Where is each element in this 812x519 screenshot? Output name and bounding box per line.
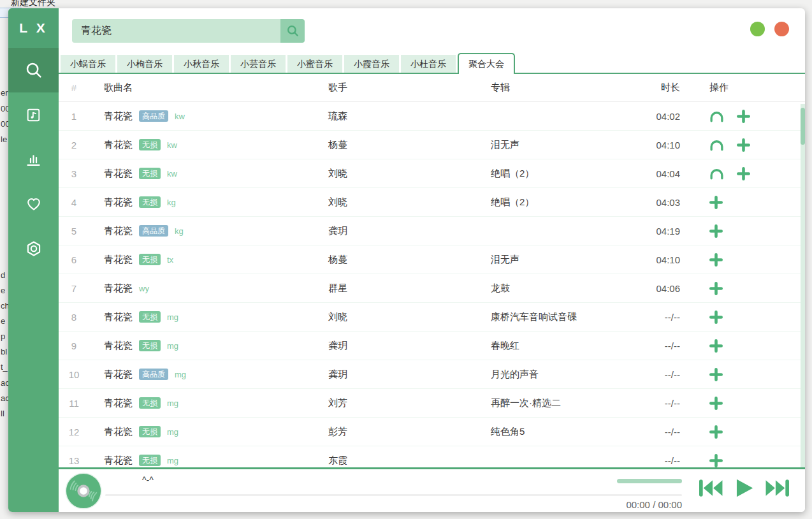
- table-row[interactable]: 2 青花瓷 无损 kw 杨蔓 泪无声 04:10: [59, 131, 805, 159]
- table-row[interactable]: 9 青花瓷 无损 mg 龚玥 春晚红 --/--: [59, 332, 805, 360]
- table-row[interactable]: 5 青花瓷 高品质 kg 龚玥 04:19: [59, 217, 805, 245]
- progress-bar[interactable]: [105, 494, 682, 496]
- song-name-cell[interactable]: 青花瓷 无损 mg: [89, 397, 314, 409]
- artist-cell[interactable]: 龚玥: [314, 225, 476, 237]
- album-cell[interactable]: 月光的声音: [476, 369, 635, 381]
- play-button[interactable]: [734, 478, 755, 499]
- artist-cell[interactable]: 刘晓: [314, 168, 476, 180]
- tab-7[interactable]: 小杜音乐: [401, 55, 456, 73]
- background-text-fragment: e: [1, 316, 5, 326]
- sidebar-item-settings[interactable]: [8, 226, 59, 271]
- song-name-cell[interactable]: 青花瓷 高品质 kw: [89, 110, 314, 122]
- tab-5[interactable]: 小蜜音乐: [287, 55, 342, 73]
- artist-cell[interactable]: 龚玥: [314, 369, 476, 381]
- add-button[interactable]: [737, 167, 750, 180]
- album-cell[interactable]: 绝唱（2）: [476, 168, 635, 180]
- song-name-cell[interactable]: 青花瓷 无损 kg: [89, 196, 314, 208]
- tab-2[interactable]: 小枸音乐: [117, 55, 172, 73]
- listen-button[interactable]: [709, 168, 724, 180]
- artist-cell[interactable]: 刘晓: [314, 196, 476, 208]
- listen-button[interactable]: [709, 110, 724, 122]
- table-row[interactable]: 3 青花瓷 无损 kw 刘晓 绝唱（2） 04:04: [59, 159, 805, 188]
- tab-6[interactable]: 小霞音乐: [344, 55, 399, 73]
- artist-cell[interactable]: 杨蔓: [314, 254, 476, 266]
- tab-bar: 小蜗音乐小枸音乐小秋音乐小芸音乐小蜜音乐小霞音乐小杜音乐聚合大会: [59, 53, 805, 74]
- add-button[interactable]: [709, 339, 723, 353]
- actions-cell: [685, 110, 805, 123]
- album-cell[interactable]: 再醉一次·精选二: [476, 397, 635, 409]
- volume-bar[interactable]: [617, 479, 682, 483]
- tab-8[interactable]: 聚合大会: [458, 53, 515, 74]
- scrollbar-thumb[interactable]: [801, 108, 805, 145]
- add-button[interactable]: [709, 196, 723, 209]
- song-name-cell[interactable]: 青花瓷 无损 mg: [89, 340, 314, 352]
- add-button[interactable]: [709, 425, 723, 439]
- tab-1[interactable]: 小蜗音乐: [61, 55, 115, 73]
- heart-icon: [25, 195, 43, 213]
- album-cell[interactable]: 龙鼓: [476, 282, 635, 295]
- song-name-cell[interactable]: 青花瓷 无损 kw: [89, 139, 314, 151]
- song-name-cell[interactable]: 青花瓷 无损 mg: [89, 426, 314, 438]
- search-icon: [24, 61, 43, 80]
- artist-cell[interactable]: 琉森: [314, 110, 476, 122]
- previous-track-button[interactable]: [699, 478, 723, 498]
- table-row[interactable]: 1 青花瓷 高品质 kw 琉森 04:02: [59, 102, 805, 131]
- album-cell[interactable]: 纯色角5: [476, 426, 635, 438]
- artist-cell[interactable]: 刘芳: [314, 397, 476, 409]
- search-button[interactable]: [280, 19, 305, 43]
- add-button[interactable]: [737, 138, 750, 152]
- sidebar-item-search[interactable]: [8, 48, 59, 92]
- sidebar-item-favorites[interactable]: [8, 182, 59, 226]
- add-button[interactable]: [709, 397, 723, 410]
- artist-cell[interactable]: 杨蔓: [314, 139, 476, 151]
- next-track-button[interactable]: [765, 478, 790, 498]
- table-row[interactable]: 8 青花瓷 无损 mg 刘晓 康桥汽车音响试音碟 --/--: [59, 303, 805, 332]
- sidebar-item-music-list[interactable]: [8, 92, 59, 137]
- search-input[interactable]: [72, 19, 280, 43]
- row-index: 12: [59, 427, 89, 437]
- table-row[interactable]: 7 青花瓷 wy 群星 龙鼓 04:06: [59, 274, 805, 303]
- song-name-cell[interactable]: 青花瓷 高品质 mg: [89, 369, 314, 381]
- song-name-cell[interactable]: 青花瓷 无损 mg: [89, 311, 314, 323]
- add-button[interactable]: [709, 253, 723, 267]
- add-button[interactable]: [709, 311, 723, 324]
- song-name-cell[interactable]: 青花瓷 无损 kw: [89, 168, 314, 180]
- song-name-cell[interactable]: 青花瓷 无损 tx: [89, 254, 314, 266]
- album-cell[interactable]: 泪无声: [476, 254, 635, 266]
- add-button[interactable]: [709, 282, 723, 295]
- table-row[interactable]: 11 青花瓷 无损 mg 刘芳 再醉一次·精选二 --/--: [59, 389, 805, 418]
- table-row[interactable]: 6 青花瓷 无损 tx 杨蔓 泪无声 04:10: [59, 245, 805, 274]
- scrollbar-track[interactable]: [801, 104, 805, 467]
- album-disc-icon[interactable]: [65, 472, 102, 509]
- close-button[interactable]: [774, 22, 789, 36]
- quality-badge: 无损: [139, 311, 161, 323]
- song-name-cell[interactable]: 青花瓷 无损 mg: [89, 455, 314, 467]
- artist-cell[interactable]: 刘晓: [314, 311, 476, 323]
- artist-cell[interactable]: 彭芳: [314, 426, 476, 438]
- album-cell[interactable]: 泪无声: [476, 139, 635, 151]
- add-button[interactable]: [737, 110, 750, 123]
- artist-cell[interactable]: 东霞: [314, 455, 476, 467]
- album-cell[interactable]: 绝唱（2）: [476, 196, 635, 208]
- artist-cell[interactable]: 群星: [314, 282, 476, 295]
- add-button[interactable]: [709, 454, 723, 467]
- listen-button[interactable]: [709, 139, 724, 151]
- song-name-cell[interactable]: 青花瓷 wy: [89, 282, 314, 295]
- album-cell[interactable]: 康桥汽车音响试音碟: [476, 311, 635, 323]
- add-button[interactable]: [709, 224, 723, 238]
- row-index: 1: [59, 111, 89, 122]
- album-cell[interactable]: 春晚红: [476, 340, 635, 352]
- tab-3[interactable]: 小秋音乐: [174, 55, 229, 73]
- table-row[interactable]: 4 青花瓷 无损 kg 刘晓 绝唱（2） 04:03: [59, 188, 805, 217]
- duration-cell: --/--: [635, 340, 685, 351]
- add-button[interactable]: [709, 368, 723, 381]
- tab-4[interactable]: 小芸音乐: [231, 55, 286, 73]
- table-row[interactable]: 12 青花瓷 无损 mg 彭芳 纯色角5 --/--: [59, 418, 805, 446]
- table-row[interactable]: 13 青花瓷 无损 mg 东霞 --/--: [59, 446, 805, 467]
- table-row[interactable]: 10 青花瓷 高品质 mg 龚玥 月光的声音 --/--: [59, 360, 805, 389]
- minimize-button[interactable]: [750, 22, 765, 36]
- actions-cell: [685, 368, 805, 381]
- song-name-cell[interactable]: 青花瓷 高品质 kg: [89, 225, 314, 237]
- sidebar-item-ranking[interactable]: [8, 137, 59, 182]
- artist-cell[interactable]: 龚玥: [314, 340, 476, 352]
